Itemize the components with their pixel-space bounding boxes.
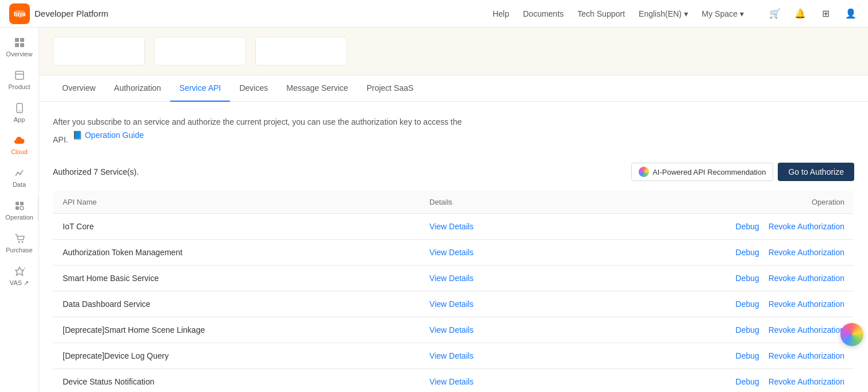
tab-navigation: Overview Authorization Service API Devic… [39,75,868,102]
sidebar-label-operation: Operation [5,214,33,221]
cell-details-6: View Details [420,369,563,392]
cell-api-name-1: Authorization Token Management [53,240,421,266]
operation-guide-link[interactable]: 📘 Operation Guide [72,130,144,140]
tab-service-api[interactable]: Service API [170,75,230,102]
cell-operation-1: Debug Revoke Authorization [563,240,854,266]
sidebar-label-purchase: Purchase [6,247,32,254]
debug-link-1[interactable]: Debug [736,248,759,257]
svg-rect-3 [15,43,19,47]
revoke-link-5[interactable]: Revoke Authorization [769,351,844,360]
col-api-name: API Name [53,191,421,214]
col-operation: Operation [563,191,854,214]
nav-documents[interactable]: Documents [523,9,564,18]
view-details-link-3[interactable]: View Details [429,299,474,309]
my-space-label: My Space [702,9,738,18]
language-dropdown[interactable]: English(EN) ▾ [639,9,688,18]
svg-rect-12 [20,202,24,205]
table-row: [Deprecate]Smart Home Scene Linkage View… [53,317,854,343]
svg-point-14 [20,206,24,210]
revoke-link-0[interactable]: Revoke Authorization [769,222,844,231]
action-buttons: AI-Powered API Recommendation Go to Auth… [631,163,854,181]
debug-link-2[interactable]: Debug [736,274,759,283]
col-details: Details [420,191,563,214]
revoke-link-1[interactable]: Revoke Authorization [769,248,844,257]
table-row: [Deprecate]Device Log Query View Details… [53,343,854,369]
view-details-link-6[interactable]: View Details [429,377,474,386]
cell-operation-5: Debug Revoke Authorization [563,343,854,369]
vas-icon: ↗ [14,266,25,277]
sidebar-item-product[interactable]: Product [2,65,37,95]
cell-api-name-3: Data Dashboard Service [53,291,421,317]
floating-ai-badge[interactable] [840,323,863,346]
tuya-logo[interactable]: tuya [9,3,30,24]
view-details-link-1[interactable]: View Details [429,248,474,257]
my-space-dropdown[interactable]: My Space ▾ [702,9,744,18]
debug-link-0[interactable]: Debug [736,222,759,231]
cart-icon[interactable]: 🛒 [767,6,783,22]
svg-point-9 [17,171,18,173]
view-details-link-4[interactable]: View Details [429,325,474,335]
sidebar-item-app[interactable]: App [2,98,37,128]
debug-link-4[interactable]: Debug [736,325,759,335]
main-layout: Overview Product App [0,28,868,392]
logo-area: tuya Developer Platform [9,3,124,24]
sidebar-item-data[interactable]: Data [2,163,37,193]
product-icon [14,70,25,81]
banner-card-3 [255,37,347,66]
debug-link-6[interactable]: Debug [736,377,759,386]
cell-details-5: View Details [420,343,563,369]
view-details-link-5[interactable]: View Details [429,351,474,360]
cell-operation-4: Debug Revoke Authorization [563,317,854,343]
service-api-content: After you subscribe to an service and au… [39,102,868,392]
nav-tech-support[interactable]: Tech Support [578,9,625,18]
sidebar-item-cloud[interactable]: Cloud [2,131,37,160]
debug-link-5[interactable]: Debug [736,351,759,360]
description-line1: After you subscribe to an service and au… [53,116,854,128]
view-details-link-2[interactable]: View Details [429,274,474,283]
table-row: Authorization Token Management View Deta… [53,240,854,266]
debug-link-3[interactable]: Debug [736,299,759,309]
app-icon [14,102,25,114]
table-body: IoT Core View Details Debug Revoke Autho… [53,214,854,392]
main-content: Overview Authorization Service API Devic… [39,28,868,392]
guide-icon: 📘 [72,130,82,140]
view-details-link-0[interactable]: View Details [429,222,474,231]
sidebar-item-vas[interactable]: ↗ VAS ↗ [2,261,37,291]
revoke-link-4[interactable]: Revoke Authorization [769,325,844,335]
cell-operation-3: Debug Revoke Authorization [563,291,854,317]
banner-card-2 [154,37,246,66]
tab-authorization[interactable]: Authorization [105,75,170,102]
sidebar-item-overview[interactable]: Overview [2,32,37,63]
nav-icon-group: 🛒 🔔 ⊞ 👤 [767,6,859,22]
nav-help[interactable]: Help [493,9,509,18]
svg-point-8 [19,110,20,112]
user-icon[interactable]: 👤 [843,6,859,22]
svg-text:↗: ↗ [23,267,25,270]
sidebar-item-purchase[interactable]: Purchase [2,228,37,259]
cell-api-name-2: Smart Home Basic Service [53,266,421,291]
grid-icon[interactable]: ⊞ [817,6,834,22]
bell-icon[interactable]: 🔔 [792,6,808,22]
authorized-count: Authorized 7 Service(s). [53,167,139,176]
language-label: English(EN) [639,9,682,18]
sidebar-item-operation[interactable]: Operation [2,195,37,226]
tab-overview[interactable]: Overview [53,75,105,102]
revoke-link-2[interactable]: Revoke Authorization [769,274,844,283]
ai-recommendation-button[interactable]: AI-Powered API Recommendation [631,163,773,181]
tab-devices[interactable]: Devices [230,75,277,102]
revoke-link-6[interactable]: Revoke Authorization [769,377,844,386]
svg-rect-5 [16,71,24,79]
go-to-authorize-button[interactable]: Go to Authorize [778,163,854,181]
table-header: API Name Details Operation [53,191,854,214]
sidebar-collapse-toggle[interactable]: › [37,198,39,221]
svg-point-10 [19,173,21,175]
cell-api-name-4: [Deprecate]Smart Home Scene Linkage [53,317,421,343]
top-navigation: tuya Developer Platform Help Documents T… [0,0,868,28]
svg-point-16 [21,241,23,243]
tab-message-service[interactable]: Message Service [277,75,357,102]
tab-project-saas[interactable]: Project SaaS [358,75,423,102]
svg-rect-13 [16,206,19,210]
platform-title: Developer Platform [34,9,108,18]
revoke-link-3[interactable]: Revoke Authorization [769,299,844,309]
cell-details-4: View Details [420,317,563,343]
